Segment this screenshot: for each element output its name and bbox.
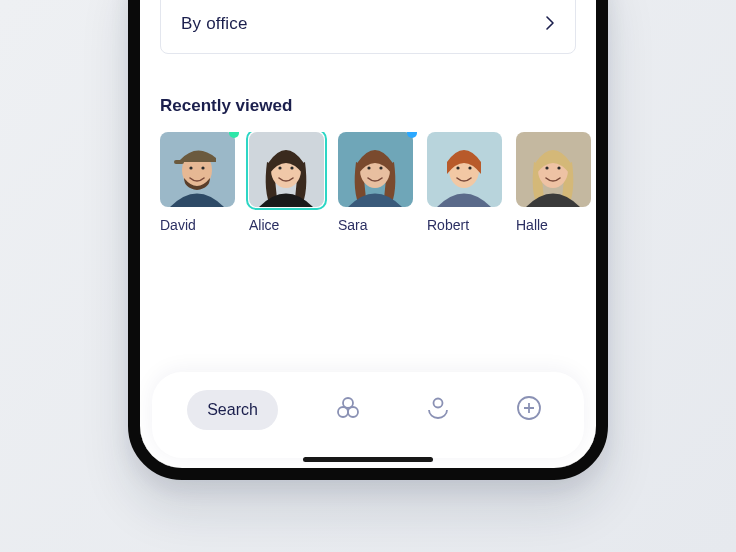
svg-point-16 <box>468 166 471 169</box>
svg-point-20 <box>557 166 560 169</box>
svg-rect-2 <box>174 160 184 164</box>
chevron-right-icon <box>545 15 555 34</box>
svg-point-11 <box>367 166 370 169</box>
filter-by-office-label: By office <box>181 14 248 34</box>
person-card[interactable]: Sara <box>338 132 413 233</box>
filter-card: By office <box>160 0 576 54</box>
svg-point-19 <box>545 166 548 169</box>
tabbar: Search <box>152 372 584 458</box>
status-dot <box>229 132 239 138</box>
tab-add[interactable] <box>509 390 549 430</box>
avatar <box>249 132 324 207</box>
person-card[interactable]: Robert <box>427 132 502 233</box>
svg-point-7 <box>278 166 281 169</box>
recently-viewed-list[interactable]: David Alice Sara Robert <box>140 132 596 233</box>
svg-point-23 <box>348 407 358 417</box>
person-card[interactable]: David <box>160 132 235 233</box>
avatar <box>160 132 235 207</box>
tab-profile[interactable] <box>418 390 458 430</box>
svg-point-3 <box>189 166 192 169</box>
person-name: Sara <box>338 217 413 233</box>
person-card[interactable]: Alice <box>249 132 324 233</box>
person-name: Alice <box>249 217 324 233</box>
avatar <box>427 132 502 207</box>
tab-search-label: Search <box>207 401 258 419</box>
groups-icon <box>334 394 362 426</box>
recently-viewed-title: Recently viewed <box>160 96 576 116</box>
person-name: Robert <box>427 217 502 233</box>
person-name: Halle <box>516 217 591 233</box>
filter-by-office-row[interactable]: By office <box>161 0 575 53</box>
plus-circle-icon <box>515 394 543 426</box>
person-name: David <box>160 217 235 233</box>
phone-frame: By office Recently viewed David Alice <box>128 0 608 480</box>
avatar <box>338 132 413 207</box>
tab-groups[interactable] <box>328 390 368 430</box>
tab-search[interactable]: Search <box>187 390 278 430</box>
person-card[interactable]: Halle <box>516 132 591 233</box>
screen: By office Recently viewed David Alice <box>140 0 596 468</box>
svg-point-8 <box>290 166 293 169</box>
svg-point-15 <box>456 166 459 169</box>
svg-point-4 <box>201 166 204 169</box>
svg-point-12 <box>379 166 382 169</box>
svg-point-22 <box>338 407 348 417</box>
status-dot <box>407 132 417 138</box>
tabbar-wrap: Search <box>140 364 596 468</box>
profile-icon <box>424 394 452 426</box>
svg-point-24 <box>434 399 443 408</box>
home-indicator[interactable] <box>303 457 433 462</box>
avatar <box>516 132 591 207</box>
